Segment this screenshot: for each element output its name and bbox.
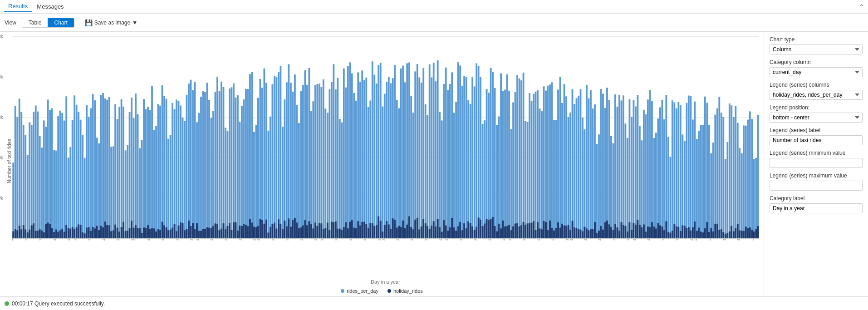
legend-series-max-input[interactable] [770,181,863,191]
legend-dot-holiday-rides [387,289,391,293]
tab-results[interactable]: Results [4,1,32,12]
tab-messages[interactable]: Messages [32,1,68,12]
legend-series-max-label: Legend (series) maximum value [770,172,863,179]
legend-series-columns-select[interactable]: holiday_rides, rides_per_day [770,90,863,100]
x-axis-label: Day in a year [12,277,759,285]
bar-chart-canvas [12,36,759,238]
chart-type-select[interactable]: Column [770,44,863,54]
chart-button[interactable]: Chart [48,18,74,27]
category-column-select[interactable]: current_day [770,67,863,77]
chart-type-section: Chart type Column [770,36,863,54]
chart-plot: 500k 400k 300k 200k 100k 0 [12,36,759,239]
chart-area: Number of taxi rides 500k 400k 300k 200k… [0,32,764,296]
status-text: 00:00:17 Query executed successfully. [12,300,105,307]
legend-series-min-input[interactable] [770,158,863,168]
legend-series-label-input[interactable] [770,135,863,145]
legend-area: rides_per_day holiday_rides [5,285,759,296]
legend-series-label-section: Legend (series) label [770,127,863,145]
view-label: View [5,20,16,26]
right-panel: Chart type Column Category column curren… [764,32,868,296]
y-label-200k: 200k [0,155,3,160]
legend-item-rides-per-day: rides_per_day [341,288,378,294]
legend-series-columns-section: Legend (series) columns holiday_rides, r… [770,82,863,100]
chart-type-label: Chart type [770,36,863,43]
y-label-400k: 400k [0,74,3,79]
legend-series-max-section: Legend (series) maximum value [770,172,863,191]
category-label-input[interactable] [770,203,863,213]
y-label-300k: 300k [0,115,3,120]
status-dot [5,301,9,306]
legend-item-holiday-rides: holiday_rides [387,288,423,294]
legend-position-section: Legend position: bottom - center [770,104,863,123]
legend-dot-rides-per-day [341,289,344,293]
legend-position-select[interactable]: bottom - center [770,113,863,123]
dropdown-icon: ▼ [132,20,137,26]
y-axis-label: Number of taxi rides [5,36,12,285]
x-axis-ticks-area [12,239,759,277]
category-label-section: Category label [770,195,863,213]
chart-container: Number of taxi rides 500k 400k 300k 200k… [5,36,759,285]
legend-label-holiday-rides: holiday_rides [393,288,423,294]
legend-series-min-section: Legend (series) minimum value [770,150,863,168]
table-button[interactable]: Table [22,18,48,27]
y-label-100k: 100k [0,196,3,201]
toggle-group: Table Chart [22,18,74,28]
legend-series-columns-label: Legend (series) columns [770,82,863,88]
legend-series-min-label: Legend (series) minimum value [770,150,863,156]
save-label: Save as image [94,20,130,26]
chart-inner: 500k 400k 300k 200k 100k 0 [12,36,759,285]
category-column-section: Category column current_day [770,59,863,77]
main-content: Number of taxi rides 500k 400k 300k 200k… [0,32,868,296]
legend-label-rides-per-day: rides_per_day [347,288,378,294]
legend-position-label: Legend position: [770,104,863,111]
close-icon[interactable]: ⌃ [859,3,864,10]
top-bar: Results Messages ⌃ [0,0,868,14]
y-label-500k: 500k [0,34,3,39]
save-icon: 💾 [85,19,93,26]
category-column-label: Category column [770,59,863,65]
toolbar: View Table Chart 💾 Save as image ▼ [0,14,868,32]
x-axis-canvas [12,239,759,277]
legend-series-label-label: Legend (series) label [770,127,863,133]
category-label-label: Category label [770,195,863,202]
save-as-image-button[interactable]: 💾 Save as image ▼ [81,17,142,28]
status-bar: 00:00:17 Query executed successfully. [0,296,868,310]
